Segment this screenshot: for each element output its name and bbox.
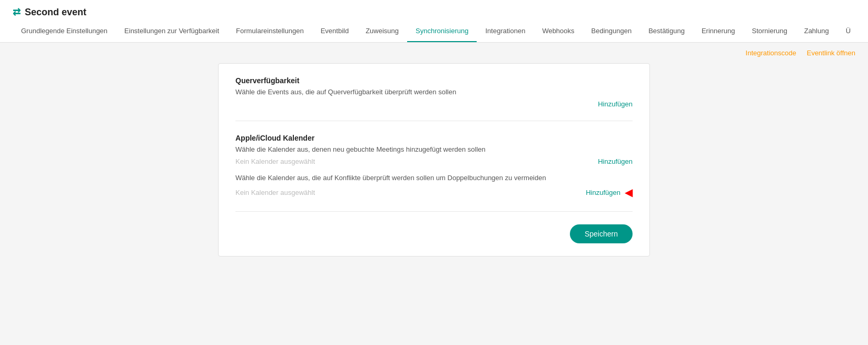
apple-icloud-second-desc: Wähle die Kalender aus, die auf Konflikt… <box>235 174 633 182</box>
eventlink-open-link[interactable]: Eventlink öffnen <box>807 49 855 57</box>
apple-icloud-add-button2[interactable]: Hinzufügen <box>586 189 620 196</box>
apple-icloud-title: Apple/iCloud Kalender <box>235 134 633 142</box>
settings-card: Querverfügbarkeit Wähle die Events aus, … <box>218 63 650 257</box>
tab-bestaetigung[interactable]: Bestätigung <box>640 21 693 42</box>
tab-verfuegbarkeit[interactable]: Einstellungen zur Verfügbarkeit <box>116 21 228 42</box>
tab-more-label[interactable]: Ü <box>837 21 855 42</box>
section-querverfuegbarkeit: Querverfügbarkeit Wähle die Events aus, … <box>235 76 633 121</box>
tab-grundlegende[interactable]: Grundlegende Einstellungen <box>13 21 116 42</box>
querverfuegbarkeit-row: Hinzufügen <box>235 100 633 108</box>
event-name: Second event <box>25 7 86 18</box>
integrationscode-link[interactable]: Integrationscode <box>746 49 796 57</box>
sync-icon: ⇄ <box>13 6 21 18</box>
tab-integrationen[interactable]: Integrationen <box>477 21 534 42</box>
page-title: ⇄ Second event <box>13 0 855 18</box>
header: ⇄ Second event Grundlegende Einstellunge… <box>0 0 868 43</box>
tab-synchronisierung[interactable]: ▼ Synchronisierung <box>407 21 477 42</box>
tab-stornierung[interactable]: Stornierung <box>743 21 795 42</box>
nav-tabs: Grundlegende Einstellungen Einstellungen… <box>13 20 855 42</box>
save-button[interactable]: Speichern <box>570 224 633 243</box>
apple-icloud-row2: Kein Kalender ausgewählt Hinzufügen ◀ <box>235 186 633 199</box>
querverfuegbarkeit-add-button[interactable]: Hinzufügen <box>598 100 633 108</box>
tab-formular[interactable]: Formulareinstellungen <box>228 21 312 42</box>
main-content: Querverfügbarkeit Wähle die Events aus, … <box>0 57 868 269</box>
section-querverfuegbarkeit-desc: Wähle die Events aus, die auf Querverfüg… <box>235 88 633 96</box>
tab-eventbild[interactable]: Eventbild <box>312 21 357 42</box>
apple-icloud-row1: Kein Kalender ausgewählt Hinzufügen <box>235 157 633 165</box>
tab-webhooks[interactable]: Webhooks <box>534 21 583 42</box>
action-links: Integrationscode Eventlink öffnen <box>0 43 868 57</box>
save-row: Speichern <box>235 224 633 243</box>
section-querverfuegbarkeit-title: Querverfügbarkeit <box>235 76 633 85</box>
apple-icloud-placeholder1: Kein Kalender ausgewählt <box>235 157 315 165</box>
tab-zahlung[interactable]: Zahlung <box>796 21 837 42</box>
tab-zuweisung[interactable]: Zuweisung <box>357 21 407 42</box>
tab-erinnerung[interactable]: Erinnerung <box>693 21 744 42</box>
apple-icloud-add-button1[interactable]: Hinzufügen <box>598 157 633 165</box>
apple-icloud-placeholder2: Kein Kalender ausgewählt <box>235 189 315 196</box>
apple-icloud-desc: Wähle die Kalender aus, denen neu gebuch… <box>235 145 633 153</box>
section-apple-icloud: Apple/iCloud Kalender Wähle die Kalender… <box>235 134 633 212</box>
tab-bedingungen[interactable]: Bedingungen <box>583 21 640 42</box>
apple-icloud-add-row2: Hinzufügen ◀ <box>586 186 633 199</box>
red-arrow-right-icon: ◀ <box>625 186 633 199</box>
